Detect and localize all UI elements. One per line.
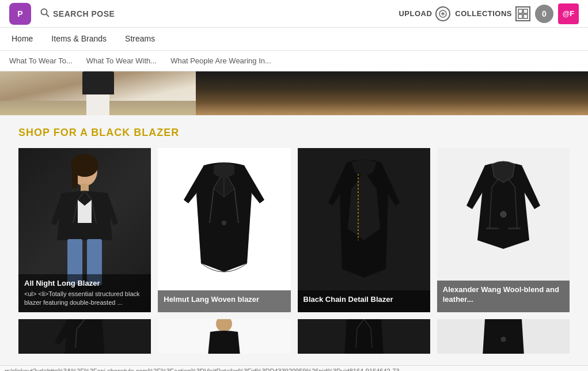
header-right: UPLOAD COLLECTIONS 0 @F [399,3,579,24]
collections-button[interactable]: COLLECTIONS [455,6,530,21]
logo[interactable]: P [9,3,31,25]
status-bar: m/clickout?url=http%3A%2F%2Fapi.shopstyl… [0,365,588,371]
sub-nav-item-wear-to[interactable]: What To Wear To... [9,56,73,65]
product-card-6[interactable] [158,319,290,354]
nav-bar: Home Items & Brands Streams [0,28,588,51]
product-overlay-4: Alexander Wang Wool-blend and leather... [437,281,570,312]
hero-right-image [196,71,588,115]
svg-rect-5 [523,9,528,13]
product-name-1: All Night Long Blazer [24,279,145,289]
svg-point-16 [222,221,226,225]
svg-rect-10 [72,165,78,188]
search-bar[interactable]: SEARCH POSE [40,8,115,19]
products-grid: All Night Long Blazer <ul> <li>Totally e… [18,148,570,312]
sub-nav-item-people-wearing[interactable]: What People Are Wearing In... [170,56,271,65]
product-card-8[interactable] [437,319,570,354]
sub-nav-item-wear-with[interactable]: What To Wear With... [86,56,157,65]
svg-point-20 [216,319,232,332]
product-card-2[interactable]: Helmut Lang Woven blazer [158,148,290,312]
product-name-2: Helmut Lang Woven blazer [164,295,284,305]
upload-label: UPLOAD [399,9,432,18]
status-url: m/clickout?url=http%3A%2F%2Fapi.shopstyl… [5,368,400,371]
product-card-7[interactable] [298,319,430,354]
svg-point-0 [41,9,47,15]
search-label: SEARCH POSE [53,9,115,18]
svg-rect-19 [508,228,521,229]
svg-rect-18 [486,228,499,229]
product-overlay-3: Black Chain Detail Blazer [298,290,430,312]
svg-line-1 [47,14,50,17]
products-grid-bottom [18,319,570,354]
svg-rect-6 [518,14,522,18]
product-desc-1: <ul> <li>Totally essential structured bl… [24,290,145,306]
shop-title: SHOP FOR A BLACK BLAZER [18,127,570,139]
collections-icon [515,6,530,21]
svg-point-17 [500,211,506,217]
header: P SEARCH POSE UPLOAD COLLECTIONS [0,0,588,28]
nav-item-items-brands[interactable]: Items & Brands [49,28,109,51]
product-name-4: Alexander Wang Wool-blend and leather... [443,285,564,305]
product-card-4[interactable]: Alexander Wang Wool-blend and leather... [437,148,570,312]
collections-label: COLLECTIONS [455,9,512,18]
product-overlay-2: Helmut Lang Woven blazer [158,290,290,312]
product-card-5[interactable] [18,319,151,354]
profile-button[interactable]: @F [558,3,579,24]
svg-rect-4 [518,9,522,13]
upload-button[interactable]: UPLOAD [399,6,450,21]
hero-strip [0,71,588,115]
hero-left-image [0,71,196,115]
product-card-3[interactable]: Black Chain Detail Blazer [298,148,430,312]
product-overlay-1: All Night Long Blazer <ul> <li>Totally e… [18,274,151,312]
nav-item-home[interactable]: Home [9,28,35,51]
shop-section: SHOP FOR A BLACK BLAZER [0,115,588,365]
nav-item-streams[interactable]: Streams [123,28,157,51]
product-name-3: Black Chain Detail Blazer [304,295,424,305]
product-card-1[interactable]: All Night Long Blazer <ul> <li>Totally e… [18,148,151,312]
main-content: SHOP FOR A BLACK BLAZER [0,71,588,365]
search-icon [40,8,50,19]
badge-count[interactable]: 0 [535,5,553,23]
sub-nav: What To Wear To... What To Wear With... … [0,51,588,71]
svg-rect-7 [523,14,528,18]
svg-point-21 [501,337,506,342]
upload-icon [435,6,450,21]
